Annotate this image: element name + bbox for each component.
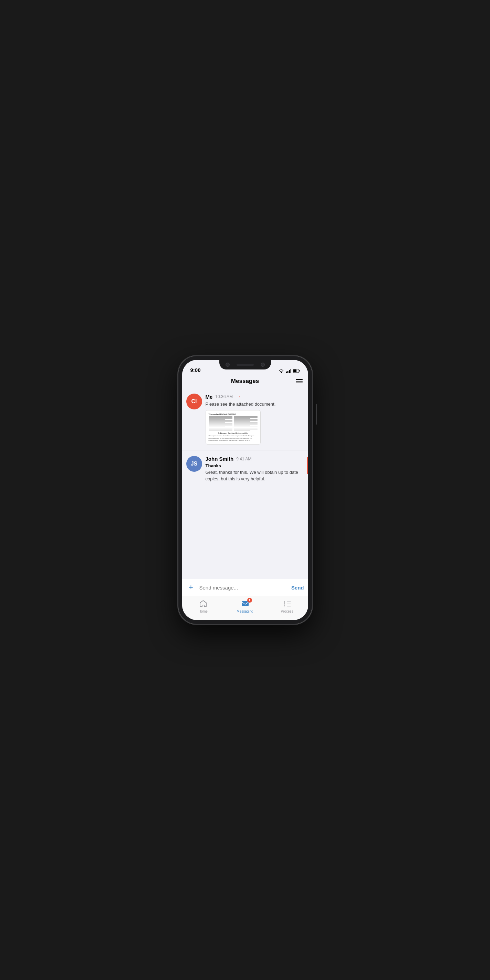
doc-line: [234, 423, 258, 423]
message-content: Me 10:36 AM → Please see the attached do…: [205, 394, 304, 445]
doc-line: [234, 428, 258, 428]
doc-line: [209, 422, 232, 422]
doc-line: [209, 416, 232, 417]
sender-name: Me: [205, 394, 213, 400]
doc-line: [209, 417, 232, 418]
doc-col-left: [209, 416, 232, 431]
doc-text-row: [209, 416, 258, 431]
svg-rect-5: [293, 369, 296, 372]
sender-name: John Smith: [205, 456, 234, 462]
doc-line: [209, 429, 232, 430]
doc-line: [234, 419, 258, 420]
battery-icon: [293, 369, 300, 373]
arrow-icon: →: [235, 394, 241, 400]
camera-right: [261, 363, 265, 367]
camera-left: [226, 363, 230, 367]
doc-line: [234, 420, 258, 421]
input-bar: + Send: [182, 579, 308, 596]
svg-text:3: 3: [284, 605, 285, 608]
doc-title: Title number / Rhif teitl CYM33847: [209, 413, 258, 415]
avatar: CI: [186, 394, 202, 409]
nav-label-process: Process: [281, 609, 293, 613]
doc-line: [234, 425, 258, 425]
status-icons: [278, 369, 300, 373]
message-header-row: John Smith 9:41 AM: [205, 456, 304, 462]
svg-rect-1: [287, 371, 288, 373]
header: Messages: [182, 375, 308, 388]
process-icon: 1 2 3: [283, 600, 291, 608]
doc-line: [209, 419, 225, 420]
home-icon-wrap: [198, 599, 208, 608]
home-icon: [199, 600, 207, 608]
doc-line: [234, 430, 250, 430]
message-time: 9:41 AM: [236, 457, 251, 461]
message-header-row: Me 10:36 AM →: [205, 394, 304, 400]
doc-line: [209, 420, 232, 421]
svg-rect-3: [290, 369, 291, 373]
doc-line: [234, 426, 250, 426]
nav-item-process[interactable]: 1 2 3 Process: [277, 599, 298, 613]
menu-button[interactable]: [296, 379, 303, 383]
side-button: [316, 404, 317, 425]
doc-section-title: A: Property Register / Cofrestr eiddo: [209, 432, 258, 434]
svg-rect-2: [289, 370, 290, 373]
message-input[interactable]: [199, 585, 288, 590]
doc-line: [234, 423, 258, 424]
phone-screen: 9:00: [182, 360, 308, 620]
process-icon-wrap: 1 2 3: [282, 599, 292, 608]
messages-area[interactable]: CI Me 10:36 AM → Please see the attached…: [182, 388, 308, 579]
doc-line: [234, 416, 258, 417]
speaker: [237, 364, 254, 366]
avatar: JS: [186, 456, 202, 472]
messaging-icon-wrap: 1: [240, 599, 250, 608]
document-thumbnail[interactable]: Title number / Rhif teitl CYM33847: [205, 410, 261, 445]
scroll-indicator: [307, 457, 308, 474]
doc-line: [209, 428, 232, 428]
doc-line: [209, 423, 225, 423]
bottom-nav: Home 1 Messaging 1 2: [182, 596, 308, 620]
send-button[interactable]: Send: [291, 585, 304, 590]
doc-line: [234, 422, 250, 422]
hamburger-line-2: [296, 381, 303, 382]
message-preview: Please see the attached document.: [205, 401, 304, 407]
svg-rect-0: [286, 372, 287, 373]
message-preview: Great, thanks for this. We will obtain u…: [205, 469, 304, 482]
notch: [220, 360, 271, 369]
nav-label-home: Home: [198, 609, 208, 613]
message-time: 10:36 AM: [215, 394, 233, 399]
status-time: 9:00: [191, 367, 201, 373]
nav-item-home[interactable]: Home: [193, 599, 213, 613]
messaging-badge: 1: [247, 598, 252, 603]
doc-line: [209, 430, 232, 430]
header-title: Messages: [231, 378, 259, 385]
message-bold-preview: Thanks: [205, 463, 304, 468]
doc-line: [209, 423, 232, 424]
message-item[interactable]: CI Me 10:36 AM → Please see the attached…: [182, 388, 308, 450]
doc-section-text: This register describes the land and est…: [209, 435, 258, 441]
hamburger-line-1: [296, 379, 303, 380]
svg-rect-7: [242, 601, 249, 606]
doc-line: [234, 418, 250, 419]
doc-col-right: [234, 416, 258, 431]
nav-label-messaging: Messaging: [237, 609, 253, 613]
message-content: John Smith 9:41 AM Thanks Great, thanks …: [205, 456, 304, 482]
message-item[interactable]: JS John Smith 9:41 AM Thanks Great, than…: [182, 450, 308, 487]
doc-line: [209, 426, 225, 427]
wifi-icon: [278, 369, 284, 373]
signal-icon: [286, 369, 291, 373]
hamburger-line-3: [296, 383, 303, 383]
add-attachment-button[interactable]: +: [186, 582, 196, 592]
doc-line: [209, 426, 232, 426]
doc-line: [234, 417, 258, 418]
phone-frame: 9:00: [178, 356, 312, 624]
nav-item-messaging[interactable]: 1 Messaging: [235, 599, 256, 613]
doc-line: [234, 426, 258, 427]
doc-line: [209, 418, 232, 419]
svg-rect-6: [299, 370, 299, 372]
doc-line: [209, 425, 232, 425]
doc-line: [234, 429, 258, 430]
